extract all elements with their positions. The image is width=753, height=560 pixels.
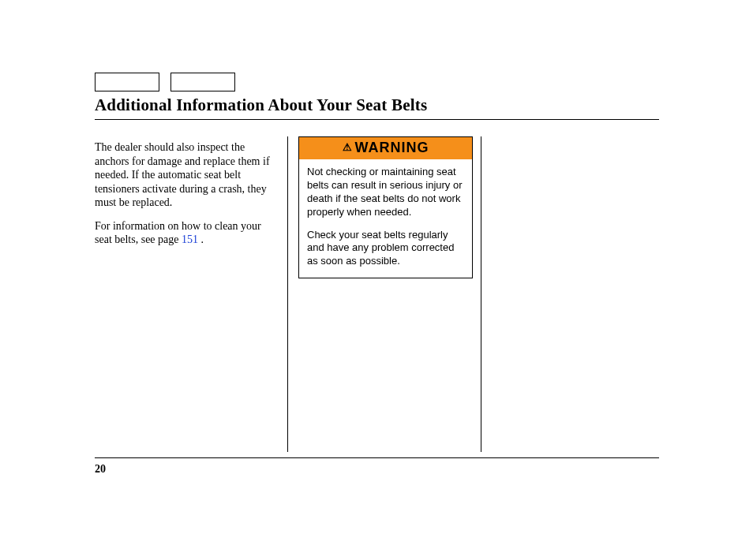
column-separator bbox=[481, 136, 481, 452]
body-text: . bbox=[198, 233, 204, 245]
body-paragraph: For information on how to clean your sea… bbox=[95, 219, 276, 247]
page-number: 20 bbox=[95, 463, 106, 476]
column-separator bbox=[287, 136, 288, 452]
header-placeholder-boxes bbox=[95, 73, 246, 91]
header-placeholder-box bbox=[95, 73, 159, 91]
warning-box: ⚠WARNING Not checking or maintaining sea… bbox=[298, 136, 473, 278]
warning-paragraph: Check your seat belts regularly and have… bbox=[307, 229, 464, 269]
footer-rule bbox=[95, 457, 659, 458]
warning-triangle-icon: ⚠ bbox=[343, 141, 353, 153]
body-paragraph: The dealer should also inspect the ancho… bbox=[95, 140, 276, 210]
warning-body: Not checking or maintaining seat belts c… bbox=[299, 159, 472, 278]
body-column-1: The dealer should also inspect the ancho… bbox=[95, 140, 276, 256]
page-reference-link[interactable]: 151 bbox=[182, 233, 198, 245]
heading-rule bbox=[95, 119, 659, 120]
warning-header: ⚠WARNING bbox=[299, 137, 472, 159]
warning-label: WARNING bbox=[355, 140, 429, 155]
header-placeholder-box bbox=[170, 73, 235, 91]
manual-page: Additional Information About Your Seat B… bbox=[0, 0, 753, 560]
warning-paragraph: Not checking or maintaining seat belts c… bbox=[307, 166, 464, 219]
section-heading: Additional Information About Your Seat B… bbox=[95, 95, 427, 115]
body-text: For information on how to clean your sea… bbox=[95, 220, 261, 246]
